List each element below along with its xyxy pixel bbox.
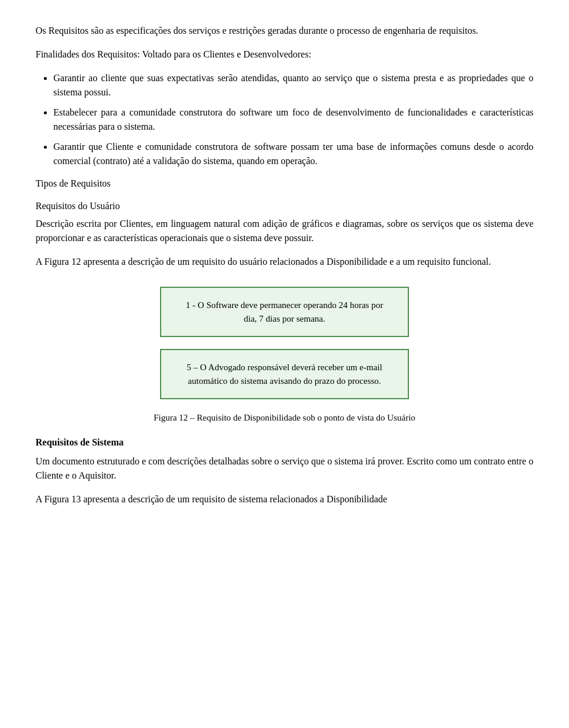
finalidades-heading: Finalidades dos Requisitos: Voltado para… — [36, 47, 533, 62]
req-sistema-heading: Requisitos de Sistema — [36, 435, 533, 450]
figure-box-1: 1 - O Software deve permanecer operando … — [160, 287, 409, 337]
bullet-list: Garantir ao cliente que suas expectativa… — [53, 71, 533, 168]
figura12-caption: Figura 12 – Requisito de Disponibilidade… — [36, 411, 533, 425]
figure-box-2: 5 – O Advogado responsável deverá recebe… — [160, 349, 409, 399]
req-usuario-heading: Requisitos do Usuário — [36, 199, 533, 213]
figure-boxes: 1 - O Software deve permanecer operando … — [36, 287, 533, 399]
bullet-item-1: Garantir ao cliente que suas expectativa… — [53, 71, 533, 100]
req-sistema-desc: Um documento estruturado e com descriçõe… — [36, 454, 533, 483]
page-content: Os Requisitos são as especificações dos … — [36, 24, 533, 506]
bullet-item-2: Estabelecer para a comunidade construtor… — [53, 105, 533, 134]
req-usuario-desc: Descrição escrita por Clientes, em lingu… — [36, 217, 533, 245]
intro-paragraph: Os Requisitos são as especificações dos … — [36, 24, 533, 38]
bullet-item-3: Garantir que Cliente e comunidade constr… — [53, 140, 533, 168]
tipos-heading: Tipos de Requisitos — [36, 177, 533, 191]
figura12-intro: A Figura 12 apresenta a descrição de um … — [36, 255, 533, 269]
figura13-intro: A Figura 13 apresenta a descrição de um … — [36, 492, 533, 506]
